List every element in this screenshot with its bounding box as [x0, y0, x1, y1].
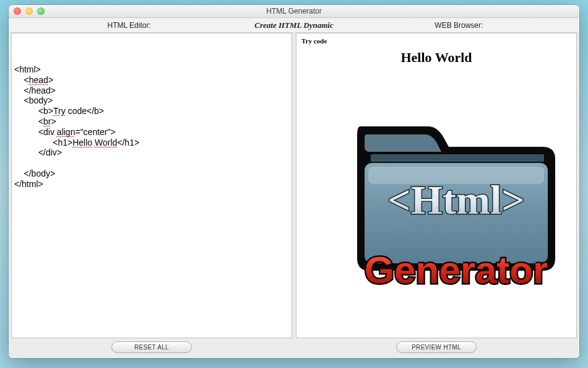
editor-panel: <html> <head> </head> <body> <b>Try code… — [11, 33, 292, 356]
zoom-icon[interactable] — [37, 7, 45, 15]
section-headers: HTML Editor: Create HTML Dynamic WEB Bro… — [9, 18, 579, 33]
window-title: HTML Generator — [9, 7, 579, 15]
traffic-lights — [9, 7, 45, 15]
browser-section-label: WEB Browser: — [339, 21, 579, 30]
main-content: <html> <head> </head> <body> <b>Try code… — [9, 33, 579, 358]
close-icon[interactable] — [14, 7, 21, 15]
minimize-icon[interactable] — [25, 7, 33, 15]
editor-text[interactable]: <html> <head> </head> <body> <b>Try code… — [14, 37, 289, 190]
titlebar[interactable]: HTML Generator — [9, 5, 579, 18]
browser-panel: Try code Hello World — [296, 33, 577, 356]
editor-section-label: HTML Editor: — [9, 21, 249, 30]
reset-all-button[interactable]: RESET ALL — [111, 341, 192, 353]
preview-bold-text: Try code — [301, 37, 571, 45]
app-subtitle: Create HTML Dynamic — [249, 20, 338, 30]
folder-html-text: <Html> — [387, 177, 525, 222]
preview-html-button[interactable]: PREVIEW HTML — [396, 341, 477, 353]
html-editor[interactable]: <html> <head> </head> <body> <b>Try code… — [11, 33, 292, 338]
folder-generator-text: Generator — [365, 248, 548, 291]
web-browser-preview: Try code Hello World — [296, 33, 577, 338]
preview-heading: Hello World — [301, 50, 571, 66]
browser-button-row: PREVIEW HTML — [296, 338, 577, 356]
html-generator-folder-icon: <Html> Generator — [332, 105, 574, 303]
svg-rect-0 — [371, 154, 544, 162]
app-window: HTML Generator HTML Editor: Create HTML … — [9, 5, 579, 358]
editor-button-row: RESET ALL — [11, 338, 292, 356]
